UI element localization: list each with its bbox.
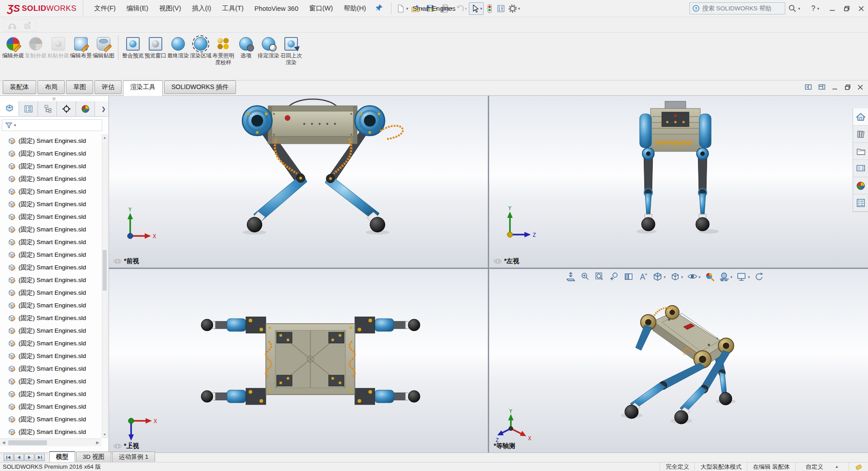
command-tab[interactable]: 渲染工具 <box>123 80 163 96</box>
tree-item[interactable]: (固定) Smart Engines.sld <box>0 413 101 426</box>
restore-document-button[interactable] <box>844 84 851 90</box>
previous-tab-button[interactable] <box>14 454 24 461</box>
document-tab[interactable]: 模型 <box>49 451 75 462</box>
scroll-right-icon[interactable]: ▶ <box>94 440 101 445</box>
section-view-button[interactable] <box>623 271 634 283</box>
menu-item[interactable]: 编辑(E) <box>121 1 154 15</box>
menu-item[interactable]: 视图(V) <box>154 1 186 15</box>
scrollbar-thumb[interactable] <box>103 250 107 291</box>
viewport-left[interactable]: Y Z *左视 <box>489 96 868 268</box>
panel-tabs-overflow[interactable]: ❯ <box>95 101 108 116</box>
tab-feature-manager-tree[interactable] <box>0 101 19 116</box>
robot-isometric-view[interactable] <box>489 269 868 452</box>
display-style-button[interactable]: ▾ <box>670 271 684 283</box>
previous-view-button[interactable] <box>609 271 620 283</box>
dropdown-caret-icon[interactable]: ▾ <box>465 6 467 11</box>
scroll-left-icon[interactable]: ◀ <box>0 440 7 445</box>
tree-item[interactable]: (固定) Smart Engines.sld <box>0 337 101 350</box>
robot-left-view[interactable] <box>489 96 868 268</box>
file-explorer-button[interactable] <box>853 143 868 160</box>
menu-item[interactable]: 插入(I) <box>187 1 217 15</box>
dropdown-caret-icon[interactable]: ▾ <box>14 123 16 127</box>
viewport-front[interactable]: Y X *前视 <box>109 96 488 268</box>
rotate-view-button[interactable] <box>754 271 765 283</box>
tree-horizontal-scrollbar[interactable]: ◀ ▶ <box>0 438 101 446</box>
new-document-button[interactable]: ▾ <box>395 3 409 14</box>
command-tab[interactable]: 草图 <box>66 80 93 94</box>
menu-item[interactable]: 帮助(H) <box>338 1 371 15</box>
edit-appearance-button[interactable] <box>704 271 716 283</box>
tree-filter[interactable]: ▾ <box>2 119 102 131</box>
next-tab-button[interactable] <box>24 454 34 461</box>
tree-item[interactable]: (固定) Smart Engines.sld <box>0 249 101 261</box>
tree-item[interactable]: (固定) Smart Engines.sld <box>0 363 101 375</box>
menu-item[interactable]: 窗口(W) <box>304 1 338 15</box>
minimize-document-button[interactable] <box>832 84 838 90</box>
tree-item[interactable]: (固定) Smart Engines.sld <box>0 388 101 400</box>
command-tab[interactable]: 评估 <box>94 80 122 94</box>
ribbon-button[interactable]: 渲染区域 <box>189 35 212 60</box>
search-input[interactable]: ? 搜索 SOLIDWORKS 帮助 <box>689 2 785 14</box>
tree-item[interactable]: (固定) Smart Engines.sld <box>0 299 101 312</box>
pane-icon[interactable] <box>818 84 826 90</box>
tree-item[interactable]: (固定) Smart Engines.sld <box>0 185 101 198</box>
hide-show-items-button[interactable]: ▾ <box>687 271 701 283</box>
search-button[interactable]: ▾ <box>788 4 800 13</box>
select-tool-button[interactable]: ▾ <box>469 2 484 15</box>
tree-item[interactable]: (固定) Smart Engines.sld <box>0 325 101 337</box>
tree-item[interactable]: (固定) Smart Engines.sld <box>0 400 101 413</box>
undo-button[interactable]: ▾ <box>454 3 468 14</box>
zoom-to-area-button[interactable] <box>580 271 591 283</box>
restore-button[interactable] <box>844 5 850 12</box>
menu-item[interactable]: 工具(T) <box>217 1 249 15</box>
ribbon-button[interactable]: 选项 <box>235 35 257 60</box>
view-palette-button[interactable] <box>853 160 868 177</box>
tab-dimxpert-manager[interactable] <box>57 101 76 116</box>
ribbon-button[interactable]: 布景照明度校样 <box>212 35 235 66</box>
pin-menu-icon[interactable] <box>376 4 383 13</box>
tree-vertical-scrollbar[interactable]: ▲ ▼ <box>102 135 108 438</box>
annotation-view-button[interactable] <box>637 271 649 283</box>
tree-item[interactable]: (固定) Smart Engines.sld <box>0 198 101 211</box>
custom-properties-button[interactable] <box>853 194 868 212</box>
tree-item[interactable]: (固定) Smart Engines.sld <box>0 350 101 363</box>
viewport-isometric[interactable]: ▾ ▾ ▾ ▾ ▾ Y X Z *等 <box>489 269 868 452</box>
tree-item[interactable]: (固定) Smart Engines.sld <box>0 135 101 147</box>
status-custom-dropdown[interactable]: 自定义 ▲ <box>795 462 849 471</box>
ribbon-button[interactable]: 编辑贴图 <box>92 35 115 60</box>
robot-top-view[interactable] <box>109 269 488 452</box>
zoom-to-selection-button[interactable] <box>594 271 605 283</box>
last-tab-button[interactable] <box>35 454 45 461</box>
appearances-scenes-button[interactable] <box>853 177 868 194</box>
tree-item[interactable]: (固定) Smart Engines.sld <box>0 426 101 438</box>
ribbon-button[interactable]: 粘贴外观 <box>47 35 70 60</box>
menu-item[interactable]: PhotoView 360 <box>249 2 304 15</box>
minimize-button[interactable] <box>829 5 835 12</box>
ribbon-button[interactable]: 编辑外观 <box>2 35 24 60</box>
tab-property-manager[interactable] <box>19 101 38 116</box>
dropdown-caret-icon[interactable]: ▾ <box>518 6 520 11</box>
dropdown-caret-icon[interactable]: ▾ <box>817 6 819 11</box>
command-tab[interactable]: SOLIDWORKS 插件 <box>164 80 236 94</box>
tree-item[interactable]: (固定) Smart Engines.sld <box>0 147 101 160</box>
ribbon-button[interactable]: 排定渲染 <box>257 35 280 60</box>
tree-item[interactable]: (固定) Smart Engines.sld <box>0 375 101 388</box>
zoom-to-fit-button[interactable] <box>565 271 576 283</box>
scroll-up-icon[interactable]: ▲ <box>102 135 107 141</box>
tree-item[interactable]: (固定) Smart Engines.sld <box>0 173 101 185</box>
tree-item[interactable]: (固定) Smart Engines.sld <box>0 211 101 223</box>
ribbon-button[interactable]: 预览窗口 <box>144 35 167 60</box>
design-library-button[interactable] <box>853 126 868 143</box>
tree-item[interactable]: (固定) Smart Engines.sld <box>0 312 101 325</box>
first-tab-button[interactable] <box>4 454 14 461</box>
display-settings-button[interactable] <box>495 3 506 14</box>
status-tag-button[interactable] <box>849 462 868 471</box>
split-view-icon[interactable] <box>805 84 812 90</box>
ribbon-button[interactable]: 最终渲染 <box>167 35 189 60</box>
command-tab[interactable]: 布局 <box>38 80 65 94</box>
tree-item[interactable]: (固定) Smart Engines.sld <box>0 160 101 173</box>
menu-item[interactable]: 文件(F) <box>89 1 121 15</box>
document-tab[interactable]: 3D 视图 <box>76 452 111 462</box>
tree-item[interactable]: (固定) Smart Engines.sld <box>0 261 101 274</box>
help-button[interactable]: ? ▾ <box>811 5 819 13</box>
